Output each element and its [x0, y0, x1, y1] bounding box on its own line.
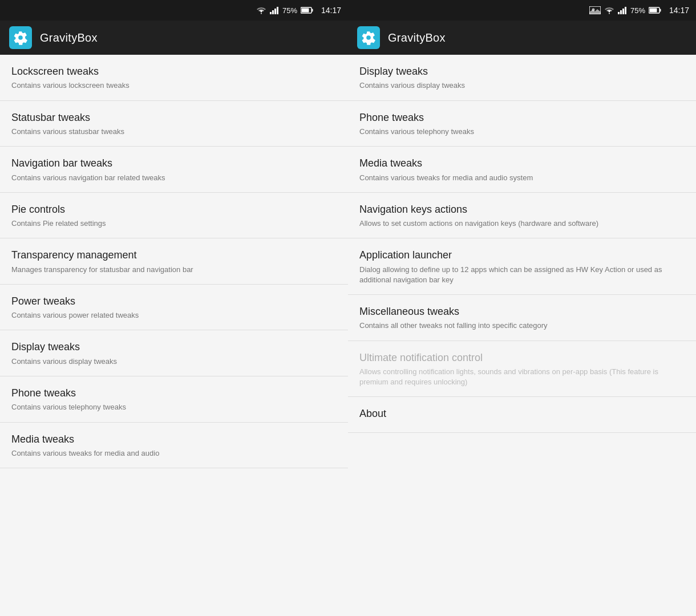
right-menu-item-application-launcher[interactable]: Application launcherDialog allowing to d… — [348, 238, 696, 295]
right-status-icons: 75% 14:17 — [589, 6, 689, 15]
right-time: 14:17 — [669, 6, 689, 15]
svg-rect-14 — [659, 9, 661, 12]
left-menu-item-phone-tweaks[interactable]: Phone tweaksContains various telephony t… — [0, 376, 348, 423]
left-menu-item-subtitle-navigation-bar-tweaks: Contains various navigation bar related … — [11, 173, 337, 183]
right-menu-item-subtitle-navigation-keys-actions: Allows to set custom actions on navigati… — [359, 218, 685, 229]
left-menu-item-subtitle-display-tweaks: Contains various display tweaks — [11, 356, 337, 367]
left-status-bar: 75% 14:17 — [0, 0, 348, 21]
right-menu-item-title-navigation-keys-actions: Navigation keys actions — [359, 203, 685, 216]
left-menu-item-title-display-tweaks: Display tweaks — [11, 341, 337, 354]
right-menu-item-display-tweaks-r[interactable]: Display tweaksContains various display t… — [348, 55, 696, 101]
left-menu-item-navigation-bar-tweaks[interactable]: Navigation bar tweaksContains various na… — [0, 147, 348, 193]
left-menu-item-display-tweaks[interactable]: Display tweaksContains various display t… — [0, 330, 348, 376]
svg-rect-6 — [301, 9, 309, 13]
svg-rect-9 — [618, 12, 620, 14]
svg-rect-0 — [270, 12, 272, 14]
svg-rect-10 — [620, 10, 622, 14]
right-menu-item-media-tweaks-r[interactable]: Media tweaksContains various tweaks for … — [348, 147, 696, 193]
right-menu-item-title-phone-tweaks-r: Phone tweaks — [359, 111, 685, 124]
right-battery-percent: 75% — [630, 6, 645, 15]
wifi-icon — [256, 6, 266, 14]
right-menu-item-subtitle-ultimate-notification-control: Allows controlling notification lights, … — [359, 367, 685, 387]
right-status-bar: 75% 14:17 — [348, 0, 696, 21]
left-battery-percent: 75% — [282, 6, 297, 15]
left-menu-item-subtitle-lockscreen-tweaks: Contains various lockscreen tweaks — [11, 80, 337, 91]
right-menu-item-subtitle-phone-tweaks-r: Contains various telephony tweaks — [359, 127, 685, 137]
right-menu-item-title-application-launcher: Application launcher — [359, 249, 685, 262]
left-status-icons: 75% 14:17 — [256, 6, 341, 15]
battery-icon-right — [649, 7, 661, 14]
left-panel: 75% 14:17 GravityBox Lockscreen tweaksCo… — [0, 0, 348, 616]
battery-icon — [301, 7, 313, 14]
signal-icon-right — [618, 6, 627, 14]
settings-icon — [13, 30, 28, 45]
svg-rect-2 — [274, 9, 276, 14]
left-menu-item-subtitle-power-tweaks: Contains various power related tweaks — [11, 310, 337, 321]
right-menu-item-phone-tweaks-r[interactable]: Phone tweaksContains various telephony t… — [348, 101, 696, 147]
svg-rect-1 — [272, 10, 274, 14]
right-menu-item-subtitle-application-launcher: Dialog allowing to define up to 12 apps … — [359, 265, 685, 285]
left-menu-list: Lockscreen tweaksContains various locksc… — [0, 55, 348, 468]
left-menu-item-title-media-tweaks: Media tweaks — [11, 433, 337, 446]
right-menu-item-title-miscellaneous-tweaks: Miscellaneous tweaks — [359, 305, 685, 318]
settings-icon-right — [361, 30, 376, 45]
right-app-icon — [357, 26, 380, 49]
svg-rect-3 — [277, 7, 278, 14]
left-time: 14:17 — [321, 6, 341, 15]
right-menu-item-miscellaneous-tweaks[interactable]: Miscellaneous tweaksContains all other t… — [348, 295, 696, 341]
left-menu-item-title-navigation-bar-tweaks: Navigation bar tweaks — [11, 157, 337, 170]
left-menu-item-title-power-tweaks: Power tweaks — [11, 295, 337, 308]
wifi-icon-right — [604, 6, 614, 14]
right-menu-list: Display tweaksContains various display t… — [348, 55, 696, 433]
left-menu-item-subtitle-phone-tweaks: Contains various telephony tweaks — [11, 402, 337, 412]
svg-rect-15 — [649, 9, 657, 13]
right-menu-item-title-ultimate-notification-control: Ultimate notification control — [359, 351, 685, 364]
right-panel: 75% 14:17 GravityBox Display tweaksConta… — [348, 0, 696, 616]
right-menu-item-title-display-tweaks-r: Display tweaks — [359, 65, 685, 78]
left-menu-item-pie-controls[interactable]: Pie controlsContains Pie related setting… — [0, 193, 348, 239]
left-app-bar: GravityBox — [0, 21, 348, 55]
right-content: Display tweaksContains various display t… — [348, 55, 696, 616]
right-menu-item-title-about: About — [359, 407, 685, 420]
right-menu-item-navigation-keys-actions[interactable]: Navigation keys actionsAllows to set cus… — [348, 193, 696, 239]
left-menu-item-title-lockscreen-tweaks: Lockscreen tweaks — [11, 65, 337, 78]
right-menu-item-subtitle-media-tweaks-r: Contains various tweaks for media and au… — [359, 173, 685, 183]
svg-rect-5 — [311, 9, 313, 12]
svg-rect-12 — [625, 7, 626, 14]
left-menu-item-subtitle-media-tweaks: Contains various tweaks for media and au… — [11, 448, 337, 459]
left-menu-item-transparency-management[interactable]: Transparency managementManages transpare… — [0, 238, 348, 285]
right-menu-item-about[interactable]: About — [348, 397, 696, 432]
left-menu-item-lockscreen-tweaks[interactable]: Lockscreen tweaksContains various locksc… — [0, 55, 348, 101]
left-menu-item-title-statusbar-tweaks: Statusbar tweaks — [11, 111, 337, 124]
left-menu-item-subtitle-transparency-management: Manages transparency for statusbar and n… — [11, 265, 337, 275]
right-menu-item-subtitle-display-tweaks-r: Contains various display tweaks — [359, 80, 685, 91]
left-menu-item-subtitle-pie-controls: Contains Pie related settings — [11, 218, 337, 229]
right-menu-item-title-media-tweaks-r: Media tweaks — [359, 157, 685, 170]
signal-icon — [270, 6, 279, 14]
left-menu-item-power-tweaks[interactable]: Power tweaksContains various power relat… — [0, 285, 348, 331]
left-menu-item-subtitle-statusbar-tweaks: Contains various statusbar tweaks — [11, 127, 337, 137]
left-app-title: GravityBox — [40, 31, 98, 44]
left-menu-item-media-tweaks[interactable]: Media tweaksContains various tweaks for … — [0, 423, 348, 469]
left-content: Lockscreen tweaksContains various locksc… — [0, 55, 348, 616]
svg-rect-11 — [622, 9, 624, 14]
left-menu-item-title-pie-controls: Pie controls — [11, 203, 337, 216]
right-app-bar: GravityBox — [348, 21, 696, 55]
left-menu-item-title-phone-tweaks: Phone tweaks — [11, 387, 337, 400]
right-menu-item-ultimate-notification-control: Ultimate notification controlAllows cont… — [348, 341, 696, 398]
left-menu-item-statusbar-tweaks[interactable]: Statusbar tweaksContains various statusb… — [0, 101, 348, 147]
right-menu-item-subtitle-miscellaneous-tweaks: Contains all other tweaks not falling in… — [359, 321, 685, 331]
left-menu-item-title-transparency-management: Transparency management — [11, 249, 337, 262]
right-app-title: GravityBox — [388, 31, 446, 44]
photo-icon — [589, 6, 601, 14]
left-app-icon — [9, 26, 32, 49]
